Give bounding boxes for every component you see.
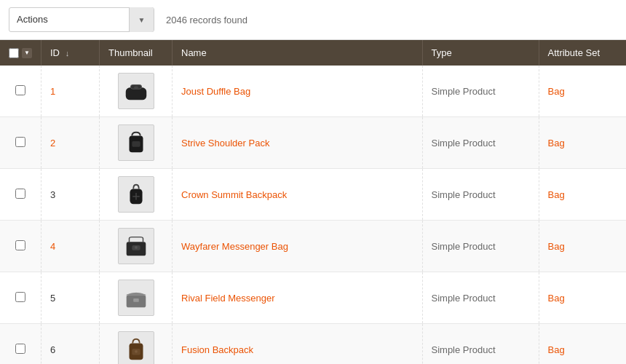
table-row: 6 Fusion Backpack Simple Product Bag xyxy=(0,324,626,365)
row-id: 3 xyxy=(41,169,100,221)
header-attribute-set: Attribute Set xyxy=(539,40,626,66)
product-name-link[interactable]: Wayfarer Messenger Bag xyxy=(181,241,288,252)
row-checkbox-cell xyxy=(0,169,41,221)
toolbar: Actions ▼ 2046 records found xyxy=(0,0,626,40)
header-select-dropdown[interactable]: ▼ xyxy=(22,48,32,58)
chevron-down-icon: ▼ xyxy=(138,16,146,24)
row-thumbnail xyxy=(100,66,173,117)
select-all-checkbox[interactable] xyxy=(9,48,19,58)
actions-label: Actions xyxy=(9,7,129,32)
attribute-set-value: Bag xyxy=(548,344,565,355)
id-header-label: ID xyxy=(50,47,60,58)
row-attribute-set: Bag xyxy=(539,221,626,272)
attribute-set-value: Bag xyxy=(548,86,565,97)
table-header-row: ▼ ID ↓ Thumbnail Name Type Attribute Set xyxy=(0,40,626,66)
row-checkbox[interactable] xyxy=(15,292,25,302)
product-thumbnail xyxy=(118,331,154,364)
row-name: Strive Shoulder Pack xyxy=(173,117,423,169)
row-attribute-set: Bag xyxy=(539,272,626,324)
header-checkbox-area: ▼ xyxy=(9,48,32,58)
table-row: 4 Wayfarer Messenger Bag Simple Product … xyxy=(0,221,626,272)
row-type: Simple Product xyxy=(422,324,539,365)
header-type: Type xyxy=(422,40,539,66)
row-name: Fusion Backpack xyxy=(173,324,423,365)
product-type: Simple Product xyxy=(432,344,496,355)
table-row: 3 Crown Summit Backpack Simple Product B… xyxy=(0,169,626,221)
row-thumbnail xyxy=(100,117,173,169)
row-id: 1 xyxy=(41,66,100,117)
row-checkbox-cell xyxy=(0,324,41,365)
product-type: Simple Product xyxy=(432,138,496,149)
product-name-link[interactable]: Crown Summit Backpack xyxy=(181,189,287,200)
header-thumbnail: Thumbnail xyxy=(100,40,173,66)
row-thumbnail xyxy=(100,169,173,221)
products-table: ▼ ID ↓ Thumbnail Name Type Attribute Set xyxy=(0,40,626,364)
header-id: ID ↓ xyxy=(41,40,100,66)
row-name: Joust Duffle Bag xyxy=(173,66,423,117)
row-checkbox-cell xyxy=(0,221,41,272)
row-thumbnail xyxy=(100,221,173,272)
row-id: 5 xyxy=(41,272,100,324)
id-value: 5 xyxy=(50,293,55,304)
row-attribute-set: Bag xyxy=(539,324,626,365)
product-type: Simple Product xyxy=(432,86,496,97)
svg-point-10 xyxy=(135,246,138,249)
product-thumbnail xyxy=(118,176,154,213)
product-name-link[interactable]: Strive Shoulder Pack xyxy=(181,138,269,149)
row-checkbox[interactable] xyxy=(15,85,25,95)
product-thumbnail xyxy=(118,228,154,264)
row-id: 2 xyxy=(41,117,100,169)
row-type: Simple Product xyxy=(422,272,539,324)
row-checkbox[interactable] xyxy=(15,240,25,250)
header-checkbox-cell: ▼ xyxy=(0,40,41,66)
attribute-set-value: Bag xyxy=(548,138,565,149)
product-type: Simple Product xyxy=(432,241,496,252)
actions-dropdown-arrow[interactable]: ▼ xyxy=(129,7,154,32)
row-thumbnail xyxy=(100,324,173,365)
header-name: Name xyxy=(173,40,423,66)
attribute-set-value: Bag xyxy=(548,189,565,200)
row-type: Simple Product xyxy=(422,117,539,169)
row-attribute-set: Bag xyxy=(539,66,626,117)
product-name-link[interactable]: Fusion Backpack xyxy=(181,344,253,355)
actions-dropdown[interactable]: Actions ▼ xyxy=(9,7,154,32)
attribute-set-value: Bag xyxy=(548,241,565,252)
product-thumbnail xyxy=(118,280,154,316)
id-value: 6 xyxy=(50,344,55,355)
product-thumbnail xyxy=(118,124,154,161)
table-row: 2 Strive Shoulder Pack Simple Product Ba… xyxy=(0,117,626,169)
product-type: Simple Product xyxy=(432,293,496,304)
table-row: 1 Joust Duffle Bag Simple Product Bag xyxy=(0,66,626,117)
row-checkbox[interactable] xyxy=(15,137,25,147)
product-name-link[interactable]: Rival Field Messenger xyxy=(181,293,275,304)
attribute-set-value: Bag xyxy=(548,293,565,304)
row-thumbnail xyxy=(100,272,173,324)
svg-point-2 xyxy=(134,86,138,89)
row-checkbox-cell xyxy=(0,66,41,117)
svg-point-15 xyxy=(135,350,138,353)
id-link[interactable]: 2 xyxy=(50,138,55,149)
row-id: 6 xyxy=(41,324,100,365)
product-thumbnail xyxy=(118,73,154,109)
id-link[interactable]: 1 xyxy=(50,86,55,97)
records-count: 2046 records found xyxy=(166,15,247,25)
row-name: Wayfarer Messenger Bag xyxy=(173,221,423,272)
row-name: Crown Summit Backpack xyxy=(173,169,423,221)
product-type: Simple Product xyxy=(432,189,496,200)
row-type: Simple Product xyxy=(422,221,539,272)
row-name: Rival Field Messenger xyxy=(173,272,423,324)
svg-rect-4 xyxy=(132,141,140,147)
row-id: 4 xyxy=(41,221,100,272)
row-checkbox[interactable] xyxy=(15,189,25,199)
sort-desc-icon[interactable]: ↓ xyxy=(66,49,70,58)
row-attribute-set: Bag xyxy=(539,117,626,169)
product-name-link[interactable]: Joust Duffle Bag xyxy=(181,86,250,97)
chevron-down-icon-small: ▼ xyxy=(24,50,30,56)
row-attribute-set: Bag xyxy=(539,169,626,221)
svg-rect-0 xyxy=(125,87,146,100)
row-checkbox[interactable] xyxy=(15,344,25,354)
row-type: Simple Product xyxy=(422,169,539,221)
row-checkbox-cell xyxy=(0,117,41,169)
id-value: 3 xyxy=(50,189,55,200)
id-link[interactable]: 4 xyxy=(50,241,55,252)
